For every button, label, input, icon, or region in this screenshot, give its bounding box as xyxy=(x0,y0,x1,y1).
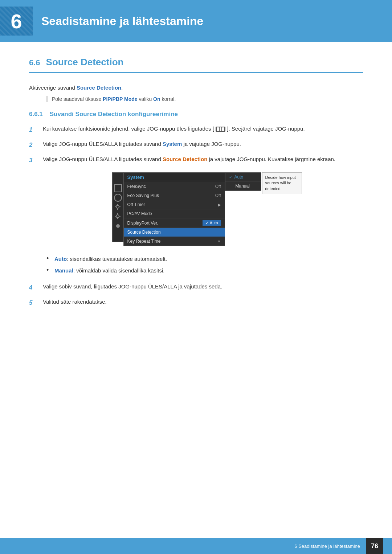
intro-paragraph: Aktiveerige suvand Source Detection. xyxy=(29,83,363,93)
subsection-heading: 6.6.1 Suvandi Source Detection konfigure… xyxy=(29,111,363,118)
osd-tooltip: Decide how input sources will be detecte… xyxy=(262,172,302,194)
osd-submenu-auto: ✓ Auto xyxy=(225,173,261,182)
step2-bold: System xyxy=(163,141,182,147)
chapter-number: 6 xyxy=(11,9,22,33)
chapter-number-box: 6 xyxy=(0,7,33,36)
osd-row-offtimer: Off Timer ▶ xyxy=(124,200,225,209)
chapter-title: Seadistamine ja lähtestamine xyxy=(41,15,203,28)
step-num-4: 4 xyxy=(29,282,36,292)
osd-submenu: ✓ Auto Manual xyxy=(225,172,261,191)
step3-bold: Source Detection xyxy=(163,156,207,162)
steps-list: 1 Kui kuvatakse funktsioonide juhend, va… xyxy=(29,124,363,165)
step-2: 2 Valige JOG-nuppu ÜLES/ALLA liigutades … xyxy=(29,140,363,150)
osd-icon-1 xyxy=(114,175,122,183)
osd-row-displayport: DisplayPort Ver. ✓ Auto xyxy=(124,218,225,228)
osd-icon-2 xyxy=(114,184,122,192)
osd-row-keyrepeat: Key Repeat Time ▼ xyxy=(124,237,225,246)
step-content-5: Valitud säte rakendatakse. xyxy=(43,297,363,306)
osd-row-sourcedetection: Source Detection xyxy=(124,228,225,237)
section-number: 6.6 xyxy=(29,58,40,67)
subsection-title: Suvandi Source Detection konfigureerimin… xyxy=(50,111,178,118)
step-num-1: 1 xyxy=(29,124,36,135)
subsection-number: 6.6.1 xyxy=(29,111,43,118)
jog-icon xyxy=(216,127,225,132)
footer-page-number: 76 xyxy=(366,538,383,554)
footer-label: 6 Seadistamine ja lähtestamine xyxy=(294,543,360,549)
bullet-dot-1: • xyxy=(46,255,51,263)
bullet-auto: • Auto: sisendallikas tuvastatakse autom… xyxy=(46,255,363,263)
note-text: Pole saadaval üksuse PIP/PBP Mode valiku… xyxy=(46,96,363,102)
step-content-1: Kui kuvatakse funktsioonide juhend, vali… xyxy=(43,124,363,133)
section-heading: 6.6 Source Detection xyxy=(29,57,363,73)
osd-icon-3 xyxy=(114,194,122,202)
section-title: Source Detection xyxy=(46,57,124,68)
osd-row-pcav: PC/AV Mode xyxy=(124,209,225,218)
svg-point-5 xyxy=(116,215,119,218)
step-num-2: 2 xyxy=(29,140,36,150)
step-num-5: 5 xyxy=(29,297,36,308)
osd-outer: System FreeSync Off Eco Saving Plus Off … xyxy=(112,172,302,246)
osd-icon-7 xyxy=(114,231,122,239)
osd-row-freesync: FreeSync Off xyxy=(124,182,225,191)
osd-header: System xyxy=(124,173,225,182)
intro-text: Aktiveerige suvand xyxy=(29,85,75,91)
osd-icons-col xyxy=(112,172,123,242)
step-content-3: Valige JOG-nuppu ÜLES/ALLA liigutades su… xyxy=(43,155,363,164)
page-footer: 6 Seadistamine ja lähtestamine 76 xyxy=(0,538,392,554)
main-content: 6.6 Source Detection Aktiveerige suvand … xyxy=(0,57,392,344)
osd-row-eco: Eco Saving Plus Off xyxy=(124,191,225,200)
step-5: 5 Valitud säte rakendatakse. xyxy=(29,297,363,308)
step-3: 3 Valige JOG-nuppu ÜLES/ALLA liigutades … xyxy=(29,155,363,165)
osd-menu: System FreeSync Off Eco Saving Plus Off … xyxy=(123,172,225,246)
svg-point-0 xyxy=(116,205,119,208)
step-content-2: Valige JOG-nuppu ÜLES/ALLA liigutades su… xyxy=(43,140,363,148)
osd-submenu-manual: Manual xyxy=(225,182,261,190)
osd-screenshot: System FreeSync Off Eco Saving Plus Off … xyxy=(51,172,363,246)
osd-icon-6 xyxy=(114,222,122,230)
step-num-3: 3 xyxy=(29,155,36,165)
bullet-manual-text: Manual: võimaldab valida sisendallika kä… xyxy=(54,266,164,275)
step-4: 4 Valige sobiv suvand, liigutades JOG-nu… xyxy=(29,282,363,292)
step-1: 1 Kui kuvatakse funktsioonide juhend, va… xyxy=(29,124,363,135)
page-header: 6 Seadistamine ja lähtestamine xyxy=(0,0,392,42)
bullet-manual: • Manual: võimaldab valida sisendallika … xyxy=(46,266,363,275)
bullet-list: • Auto: sisendallikas tuvastatakse autom… xyxy=(46,255,363,275)
osd-icon-4 xyxy=(114,203,122,211)
displayport-value: ✓ Auto xyxy=(203,220,221,226)
step-content-4: Valige sobiv suvand, liigutades JOG-nupp… xyxy=(43,282,363,291)
bullet-dot-2: • xyxy=(46,266,51,274)
intro-end: . xyxy=(121,85,123,91)
steps-list-2: 4 Valige sobiv suvand, liigutades JOG-nu… xyxy=(29,282,363,308)
osd-icon-5 xyxy=(114,213,122,221)
intro-bold: Source Detection xyxy=(77,85,121,91)
bullet-auto-text: Auto: sisendallikas tuvastatakse automaa… xyxy=(54,255,167,263)
